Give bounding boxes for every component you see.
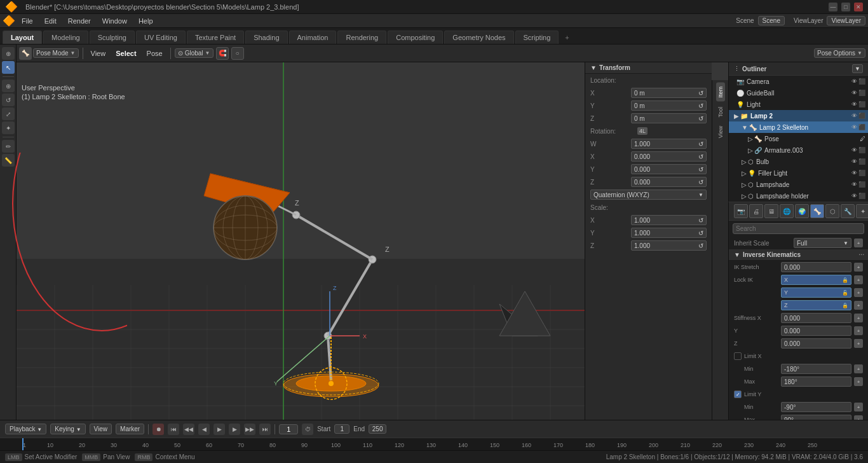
tab-compositing[interactable]: Compositing bbox=[388, 31, 443, 44]
limit-x-max-field[interactable]: 180° bbox=[781, 377, 851, 387]
side-tab-tool[interactable]: Tool bbox=[716, 103, 725, 121]
side-tab-item[interactable]: Item bbox=[716, 83, 725, 102]
rot-y-field[interactable]: 0.000 ↺ bbox=[631, 164, 707, 174]
measure-tool[interactable]: 📏 bbox=[2, 154, 15, 167]
mode-select[interactable]: Pose Mode ▼ bbox=[33, 48, 79, 58]
outliner-item-guideball[interactable]: ⚪ GuideBall 👁 ⬛ bbox=[729, 87, 868, 99]
transform-section[interactable]: ▼ Transform bbox=[585, 62, 712, 74]
stiffness-x-field[interactable]: 0.000 bbox=[781, 313, 851, 323]
stiffness-y-field[interactable]: 0.000 bbox=[781, 326, 851, 336]
limit-x-min-field[interactable]: -180° bbox=[781, 364, 851, 374]
blender-logo[interactable]: 🔶 bbox=[3, 15, 15, 27]
snap-btn[interactable]: 🧲 bbox=[216, 47, 229, 60]
stiffness-z-btn[interactable]: + bbox=[854, 339, 863, 348]
menu-render[interactable]: Render bbox=[63, 16, 96, 26]
lock-ik-y-field[interactable]: Y 🔓 bbox=[781, 287, 851, 298]
rot-x-field[interactable]: 0.000 ↺ bbox=[631, 151, 707, 162]
view-menu[interactable]: View bbox=[87, 48, 110, 59]
side-tab-view[interactable]: View bbox=[716, 122, 725, 142]
menu-file[interactable]: File bbox=[17, 16, 38, 26]
limit-y-checkbox[interactable]: ✓ bbox=[734, 390, 742, 398]
next-keyframe-btn[interactable]: ▶▶ bbox=[244, 424, 255, 435]
outliner-item-light[interactable]: 💡 Light 👁 ⬛ bbox=[729, 99, 868, 110]
tab-layout[interactable]: Layout bbox=[3, 31, 42, 44]
tab-uv-editing[interactable]: UV Editing bbox=[136, 31, 186, 44]
outliner-item-lamp2[interactable]: ▶ 📁 Lamp 2 👁 ⬛ bbox=[729, 110, 868, 121]
scale-z-field[interactable]: 1.000 ↺ bbox=[631, 240, 707, 251]
menu-window[interactable]: Window bbox=[97, 16, 132, 26]
tab-modeling[interactable]: Modeling bbox=[43, 31, 88, 44]
loc-z-field[interactable]: 0 m ↺ bbox=[631, 113, 707, 123]
props-particles-icon[interactable]: ✦ bbox=[856, 204, 868, 218]
stiffness-y-btn[interactable]: + bbox=[854, 326, 863, 335]
outliner-item-lampshade[interactable]: ▷ ⬡ Lampshade 👁 ⬛ bbox=[729, 179, 868, 190]
outliner-filter-btn[interactable]: ▼ bbox=[852, 64, 863, 73]
viewport[interactable]: X Y Z Z Z bbox=[17, 62, 728, 420]
lock-ik-x-btn[interactable]: + bbox=[854, 275, 863, 284]
props-render-icon[interactable]: 📷 bbox=[734, 204, 748, 218]
pivot-select[interactable]: ⊙ Global ▼ bbox=[175, 48, 214, 58]
add-workspace-button[interactable]: + bbox=[560, 31, 574, 44]
tab-shading[interactable]: Shading bbox=[245, 31, 287, 44]
record-btn[interactable]: ⏺ bbox=[153, 424, 164, 435]
select-menu[interactable]: Select bbox=[112, 48, 140, 59]
marker-btn[interactable]: Marker bbox=[116, 424, 144, 434]
close-button[interactable]: ✕ bbox=[854, 3, 863, 11]
limit-x-min-btn[interactable]: + bbox=[854, 364, 863, 373]
outliner-item-lamp2-skeleton[interactable]: ▼ 🦴 Lamp 2 Skelleton 👁 ⬛ bbox=[729, 121, 868, 133]
ik-stretch-field[interactable]: 0.000 bbox=[781, 262, 851, 272]
minimize-button[interactable]: — bbox=[829, 3, 837, 11]
props-output-icon[interactable]: 🖨 bbox=[749, 204, 763, 218]
tab-animation[interactable]: Animation bbox=[289, 31, 337, 44]
cursor-tool[interactable]: ⊕ bbox=[2, 47, 15, 60]
lock-ik-z-field[interactable]: Z 🔒 bbox=[781, 300, 851, 310]
transform-tool[interactable]: ✦ bbox=[2, 121, 15, 134]
start-frame-field[interactable]: 1 bbox=[334, 424, 349, 434]
lock-ik-x-field[interactable]: X 🔒 bbox=[781, 275, 851, 285]
loc-y-field[interactable]: 0 m ↺ bbox=[631, 100, 707, 111]
stiffness-x-btn[interactable]: + bbox=[854, 314, 863, 322]
inherit-scale-btn[interactable]: + bbox=[854, 238, 863, 247]
tab-geometry-nodes[interactable]: Geometry Nodes bbox=[444, 31, 513, 44]
tab-rendering[interactable]: Rendering bbox=[337, 31, 386, 44]
play-btn[interactable]: ▶ bbox=[214, 424, 225, 435]
props-object-data-icon[interactable]: 🦴 bbox=[810, 204, 824, 218]
limit-y-max-field[interactable]: 90° bbox=[781, 415, 851, 420]
rot-w-field[interactable]: 1.000 ↺ bbox=[631, 139, 707, 149]
view-btn[interactable]: View bbox=[90, 424, 112, 434]
lock-ik-z-btn[interactable]: + bbox=[854, 301, 863, 310]
props-search-input[interactable] bbox=[733, 223, 864, 234]
pose-options-select[interactable]: Pose Options ▼ bbox=[814, 48, 865, 58]
proportional-btn[interactable]: ○ bbox=[231, 47, 244, 60]
scale-tool[interactable]: ⤢ bbox=[2, 107, 15, 120]
props-modifier-icon[interactable]: 🔧 bbox=[841, 204, 855, 218]
limit-y-min-btn[interactable]: + bbox=[854, 403, 863, 411]
pose-menu[interactable]: Pose bbox=[143, 48, 166, 59]
props-object-icon[interactable]: ⬡ bbox=[825, 204, 839, 218]
props-view-icon[interactable]: 🖥 bbox=[764, 204, 778, 218]
annotate-tool[interactable]: ✏ bbox=[2, 140, 15, 153]
menu-help[interactable]: Help bbox=[133, 16, 158, 26]
lock-ik-y-btn[interactable]: + bbox=[854, 288, 863, 297]
prev-keyframe-btn[interactable]: ◀◀ bbox=[183, 424, 194, 435]
limit-x-checkbox[interactable] bbox=[734, 352, 742, 360]
playback-btn[interactable]: Playback ▼ bbox=[5, 424, 46, 434]
outliner-item-bulb[interactable]: ▷ ⬡ Bulb 👁 ⬛ bbox=[729, 156, 868, 167]
tab-sculpting[interactable]: Sculpting bbox=[90, 31, 135, 44]
outliner-item-lampshade-holder[interactable]: ▷ ⬡ Lampshade holder 👁 ⬛ bbox=[729, 190, 868, 202]
limit-x-max-btn[interactable]: + bbox=[854, 377, 863, 386]
frame-ruler[interactable]: 1 10 20 30 40 50 60 70 80 90 100 110 120… bbox=[22, 438, 865, 450]
clock-btn[interactable]: ⏱ bbox=[302, 424, 313, 435]
scale-y-field[interactable]: 1.000 ↺ bbox=[631, 228, 707, 238]
outliner-item-filler-light[interactable]: ▷ 💡 Filler Light 👁 ⬛ bbox=[729, 167, 868, 179]
keying-btn[interactable]: Keying ▼ bbox=[50, 424, 85, 434]
outliner-item-pose[interactable]: ▷ 🦴 Pose 🖊 bbox=[729, 133, 868, 144]
limit-y-min-field[interactable]: -90° bbox=[781, 402, 851, 412]
loc-x-field[interactable]: 0 m ↺ bbox=[631, 88, 707, 98]
last-frame-btn[interactable]: ⏭ bbox=[259, 424, 271, 435]
outliner-item-camera[interactable]: 📷 Camera 👁 ⬛ bbox=[729, 76, 868, 87]
tab-texture-paint[interactable]: Texture Paint bbox=[187, 31, 244, 44]
scale-x-field[interactable]: 1.000 ↺ bbox=[631, 215, 707, 225]
next-frame-btn[interactable]: ▶ bbox=[229, 424, 240, 435]
tab-scripting[interactable]: Scripting bbox=[515, 31, 559, 44]
